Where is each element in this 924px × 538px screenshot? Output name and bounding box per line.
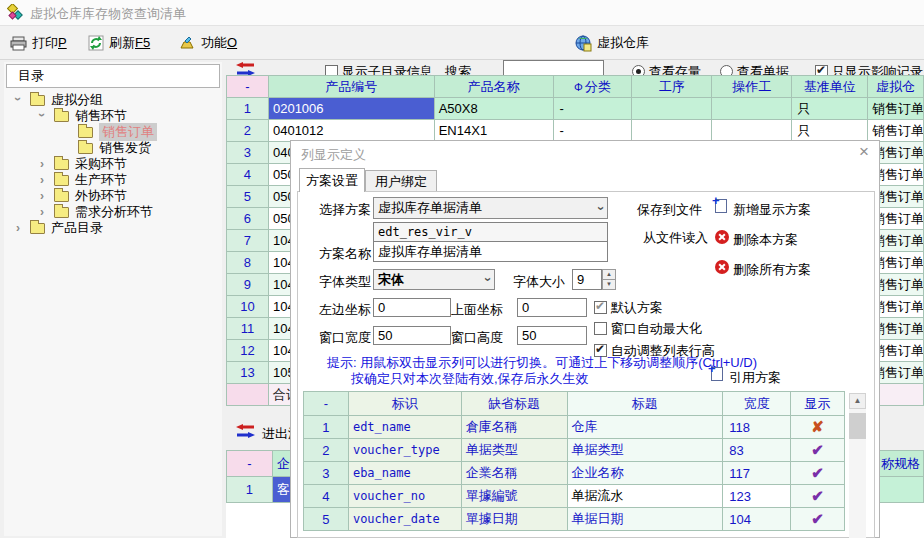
top-coord-field[interactable]: 0 xyxy=(517,298,587,317)
identifier-cell[interactable]: voucher_type xyxy=(349,439,462,462)
category-cell[interactable]: - xyxy=(554,120,633,142)
win-height-field[interactable]: 50 xyxy=(517,326,587,345)
expand-arrow-icon[interactable] xyxy=(40,173,54,187)
scheme-id-field[interactable]: edt_res_vir_v xyxy=(373,222,608,242)
show-cell[interactable]: ✘ xyxy=(791,416,845,439)
scroll-up-icon[interactable]: ▲ xyxy=(849,393,866,409)
default-title-cell[interactable]: 單據編號 xyxy=(462,485,568,508)
show-mark-icon[interactable]: ✘ xyxy=(811,418,824,436)
tree-item[interactable]: 销售发货 xyxy=(6,140,218,156)
title-cell[interactable]: 企业名称 xyxy=(568,462,724,485)
operator-cell[interactable] xyxy=(712,98,792,120)
add-scheme-icon[interactable] xyxy=(715,199,727,213)
tree-item[interactable]: 销售环节 xyxy=(6,108,218,124)
tree-item[interactable]: 销售订单 xyxy=(6,124,218,140)
title-cell[interactable]: 单据日期 xyxy=(568,508,724,531)
default-title-cell[interactable]: 企業名稱 xyxy=(462,462,568,485)
show-mark-icon[interactable]: ✔ xyxy=(811,510,824,528)
width-cell[interactable]: 104 xyxy=(723,508,791,531)
tree-item[interactable]: 需求分析环节 xyxy=(6,204,218,220)
unit-cell[interactable]: 只 xyxy=(792,120,868,142)
default-scheme-checkbox[interactable]: 默认方案 xyxy=(594,299,663,317)
read-from-file-button[interactable]: 从文件读入 xyxy=(643,229,708,247)
process-cell[interactable] xyxy=(632,120,712,142)
show-cell[interactable]: ✔ xyxy=(791,462,845,485)
switch-view-icon[interactable] xyxy=(236,424,255,438)
column-row[interactable]: 2 voucher_type 单据类型 单据类型 83 ✔ xyxy=(304,439,845,462)
expand-arrow-icon[interactable] xyxy=(16,221,30,235)
tree-item[interactable]: 虚拟分组 xyxy=(6,92,218,108)
save-to-file-button[interactable]: 保存到文件 xyxy=(637,201,702,219)
scrollbar-thumb[interactable] xyxy=(849,413,866,439)
tree-item[interactable]: 采购环节 xyxy=(6,156,218,172)
unit-cell[interactable]: 只 xyxy=(792,98,868,120)
operator-cell[interactable] xyxy=(712,120,792,142)
delete-all-button[interactable]: 删除所有方案 xyxy=(733,261,811,279)
expand-arrow-icon[interactable] xyxy=(40,189,54,203)
tab-scheme-settings[interactable]: 方案设置 xyxy=(299,168,365,192)
category-cell[interactable]: - xyxy=(554,98,633,120)
product-code-cell[interactable]: 0401012 xyxy=(269,120,435,142)
default-title-cell[interactable]: 單據日期 xyxy=(462,508,568,531)
refresh-button[interactable]: 刷新F5 xyxy=(88,32,150,54)
tree-item[interactable]: 产品目录 xyxy=(6,220,218,236)
expand-arrow-icon[interactable] xyxy=(40,205,54,219)
checkbox-box[interactable] xyxy=(594,301,607,314)
refer-scheme-icon[interactable] xyxy=(711,367,723,381)
show-mark-icon[interactable]: ✔ xyxy=(811,487,824,505)
title-cell[interactable]: 单据类型 xyxy=(568,439,724,462)
tab-user-binding[interactable]: 用户绑定 xyxy=(365,170,437,192)
close-icon[interactable]: × xyxy=(859,142,869,162)
delete-scheme-icon[interactable] xyxy=(715,230,729,244)
refer-scheme-button[interactable]: 引用方案 xyxy=(729,369,781,387)
identifier-cell[interactable]: edt_name xyxy=(349,416,462,439)
default-title-cell[interactable]: 倉庫名稱 xyxy=(462,416,568,439)
switch-view-icon[interactable] xyxy=(236,62,255,76)
title-cell[interactable]: 单据流水 xyxy=(568,485,724,508)
width-cell[interactable]: 83 xyxy=(723,439,791,462)
delete-scheme-button[interactable]: 删除本方案 xyxy=(733,231,798,249)
column-table-scrollbar[interactable]: ▲ xyxy=(849,393,866,538)
column-row[interactable]: 3 eba_name 企業名稱 企业名称 117 ✔ xyxy=(304,462,845,485)
identifier-cell[interactable]: eba_name xyxy=(349,462,462,485)
delete-all-icon[interactable] xyxy=(715,260,729,274)
scheme-name-field[interactable]: 虚拟库存单据清单 xyxy=(373,241,608,262)
spin-down-icon[interactable]: ▼ xyxy=(603,280,615,289)
auto-maximize-checkbox[interactable]: 窗口自动最大化 xyxy=(594,320,702,338)
left-coord-field[interactable]: 0 xyxy=(373,298,451,317)
identifier-cell[interactable]: voucher_date xyxy=(349,508,462,531)
font-type-select[interactable]: 宋体 › xyxy=(373,269,495,290)
show-cell[interactable]: ✔ xyxy=(791,485,845,508)
column-row[interactable]: 1 edt_name 倉庫名稱 仓库 118 ✘ xyxy=(304,416,845,439)
scheme-select[interactable]: 虚拟库存单据清单 › xyxy=(373,197,608,219)
width-cell[interactable]: 123 xyxy=(723,485,791,508)
width-cell[interactable]: 118 xyxy=(723,416,791,439)
product-row[interactable]: 2 0401012 EN14X1 - 只 销售订单 xyxy=(227,120,924,142)
filter-icon[interactable]: Φ xyxy=(574,81,583,93)
function-button[interactable]: 功能O xyxy=(178,32,237,54)
expand-arrow-icon[interactable] xyxy=(40,157,54,171)
product-name-cell[interactable]: A50X8 xyxy=(435,98,554,120)
font-size-stepper[interactable]: ▲ ▼ xyxy=(602,269,616,290)
show-mark-icon[interactable]: ✔ xyxy=(811,441,824,459)
win-width-field[interactable]: 50 xyxy=(373,326,451,345)
spin-up-icon[interactable]: ▲ xyxy=(603,270,615,280)
show-cell[interactable]: ✔ xyxy=(791,508,845,531)
title-cell[interactable]: 仓库 xyxy=(568,416,724,439)
identifier-cell[interactable]: voucher_no xyxy=(349,485,462,508)
product-code-cell[interactable]: 0201006 xyxy=(269,98,435,120)
show-cell[interactable]: ✔ xyxy=(791,439,845,462)
default-title-cell[interactable]: 单据类型 xyxy=(462,439,568,462)
tree-item[interactable]: 生产环节 xyxy=(6,172,218,188)
virtual-wh-cell[interactable]: 销售订单 xyxy=(868,120,924,142)
add-scheme-button[interactable]: 新增显示方案 xyxy=(733,201,811,219)
column-row[interactable]: 4 voucher_no 單據編號 单据流水 123 ✔ xyxy=(304,485,845,508)
process-cell[interactable] xyxy=(632,98,712,120)
show-mark-icon[interactable]: ✔ xyxy=(811,464,824,482)
expand-arrow-icon[interactable] xyxy=(16,93,30,107)
tree-item[interactable]: 外协环节 xyxy=(6,188,218,204)
virtual-wh-cell[interactable]: 销售订单 xyxy=(868,98,924,120)
column-row[interactable]: 5 voucher_date 單據日期 单据日期 104 ✔ xyxy=(304,508,845,531)
print-button[interactable]: 打印P xyxy=(10,32,67,54)
checkbox-box[interactable] xyxy=(594,322,607,335)
